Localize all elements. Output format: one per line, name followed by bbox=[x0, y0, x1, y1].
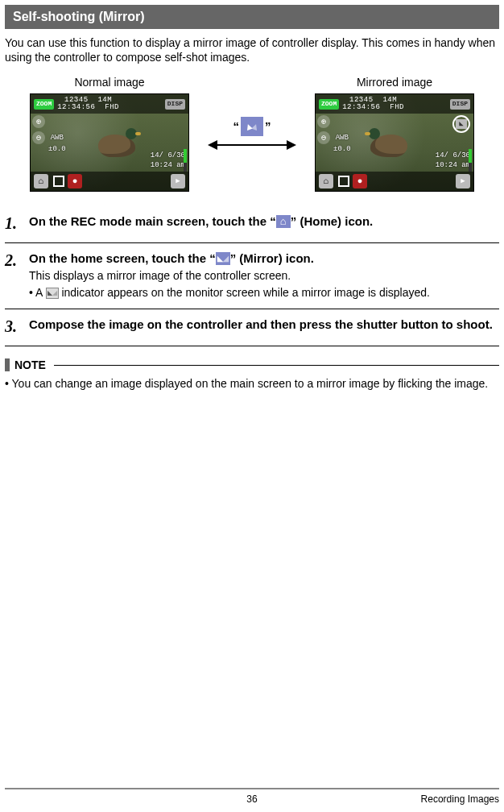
home-icon: ⌂ bbox=[319, 174, 333, 188]
frame-icon bbox=[53, 176, 64, 187]
mirror-icon bbox=[241, 117, 263, 136]
note-bar-icon bbox=[5, 358, 10, 371]
step-3: 3. Compose the image on the controller a… bbox=[5, 309, 499, 346]
mirrored-image-col: Mirrored image ZOOM 12345 14M 12:34:56 F… bbox=[315, 75, 474, 192]
play-icon: ▶ bbox=[456, 174, 470, 188]
record-icon: ● bbox=[68, 174, 82, 188]
step-2-title: On the home screen, touch the “” (Mirror… bbox=[29, 250, 499, 267]
battery-bar-icon bbox=[469, 149, 472, 172]
frame-icon bbox=[338, 176, 349, 187]
magnify-minus-icon: ⊖ bbox=[32, 131, 45, 144]
quote-left: “ bbox=[233, 118, 240, 135]
play-icon: ▶ bbox=[171, 174, 185, 188]
intro-text: You can use this function to display a m… bbox=[5, 35, 499, 66]
mirrored-image-label: Mirrored image bbox=[315, 75, 474, 90]
quote-right: ” bbox=[265, 118, 271, 135]
step-3-number: 3. bbox=[5, 316, 23, 338]
zoom-badge: ZOOM bbox=[34, 99, 54, 110]
between-arrow-group: “ ” bbox=[204, 117, 300, 151]
disp-badge: DISP bbox=[450, 99, 470, 110]
footer-section: Recording Images bbox=[421, 793, 499, 806]
note-text: You can change an image displayed on the… bbox=[5, 376, 499, 392]
step-1: 1. On the REC mode main screen, touch th… bbox=[5, 206, 499, 243]
step-2: 2. On the home screen, touch the “” (Mir… bbox=[5, 243, 499, 309]
mirrored-lcd: ZOOM 12345 14M 12:34:56 FHD DISP ⊕ ⊖ ◣ A… bbox=[315, 93, 474, 192]
mirror-icon bbox=[216, 252, 230, 265]
note-line bbox=[54, 365, 499, 366]
mirror-indicator-icon bbox=[46, 288, 59, 299]
note-block: NOTE You can change an image displayed o… bbox=[5, 358, 499, 392]
normal-image-col: Normal image ZOOM 12345 14M 12:34:56 FHD… bbox=[30, 75, 189, 192]
step-2-sub1: This displays a mirror image of the cont… bbox=[29, 268, 499, 284]
double-arrow-icon bbox=[208, 139, 296, 151]
magnify-minus-icon: ⊖ bbox=[317, 131, 330, 144]
battery-bar-icon bbox=[184, 149, 187, 172]
step-3-title: Compose the image on the controller and … bbox=[29, 316, 499, 333]
magnify-plus-icon: ⊕ bbox=[317, 115, 330, 128]
mirror-indicator-icon: ◣ bbox=[456, 119, 467, 129]
step-1-title: On the REC mode main screen, touch the “… bbox=[29, 213, 499, 230]
home-icon: ⌂ bbox=[34, 174, 48, 188]
record-icon: ● bbox=[353, 174, 367, 188]
section-header: Self-shooting (Mirror) bbox=[5, 5, 499, 29]
step-2-number: 2. bbox=[5, 250, 23, 300]
step-2-sub2: A indicator appears on the monitor scree… bbox=[29, 285, 499, 300]
note-label: NOTE bbox=[14, 358, 46, 373]
page-number: 36 bbox=[246, 793, 257, 806]
normal-image-label: Normal image bbox=[30, 75, 189, 90]
images-row: Normal image ZOOM 12345 14M 12:34:56 FHD… bbox=[5, 75, 499, 192]
page-footer: 36 Recording Images bbox=[5, 788, 499, 806]
disp-badge: DISP bbox=[165, 99, 185, 110]
magnify-plus-icon: ⊕ bbox=[32, 115, 45, 128]
normal-lcd: ZOOM 12345 14M 12:34:56 FHD DISP ⊕ ⊖ AWB… bbox=[30, 93, 189, 192]
step-1-number: 1. bbox=[5, 213, 23, 234]
zoom-badge: ZOOM bbox=[319, 99, 339, 110]
home-icon bbox=[276, 215, 291, 228]
